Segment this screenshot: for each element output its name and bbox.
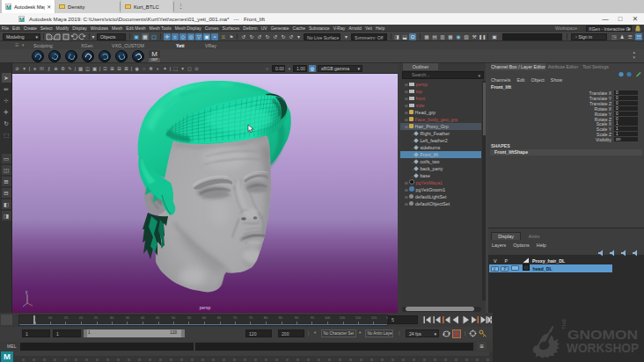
svg-text:y: y xyxy=(26,290,28,294)
svg-text:GNOMON: GNOMON xyxy=(567,327,638,342)
svg-text:THE: THE xyxy=(561,318,567,329)
svg-text:WORKSHOP: WORKSHOP xyxy=(567,341,639,355)
